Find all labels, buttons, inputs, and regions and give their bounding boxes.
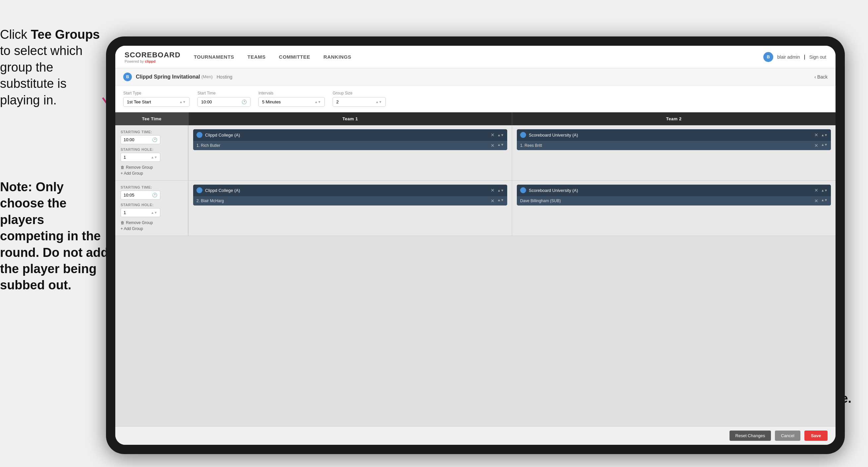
team1-cell-2: Clippd College (A) ✕ ▲▼ 2. Blair McHarg … xyxy=(188,181,512,236)
tablet: SCOREBOARD Powered by clippd TOURNAMENTS… xyxy=(106,36,845,454)
add-group-label-2: + Add Group xyxy=(121,226,143,231)
start-type-label: Start Type xyxy=(123,91,189,95)
team2-card-actions-1: ✕ ▲▼ xyxy=(814,132,828,138)
player-stepper-2-2[interactable]: ▲▼ xyxy=(821,198,828,204)
annotation-note-prefix: Note: xyxy=(0,180,36,194)
group-size-field: Group Size 2 ▲▼ xyxy=(333,91,385,107)
player-row-2-1: 1. Rees Britt ✕ ▲▼ xyxy=(517,141,831,150)
remove-group-btn-2[interactable]: 🗑 Remove Group xyxy=(121,221,183,225)
player-remove-2-1[interactable]: ✕ xyxy=(814,143,818,148)
reset-changes-button[interactable]: Reset Changes xyxy=(730,431,771,441)
team2-card-2[interactable]: Scoreboard University (A) ✕ ▲▼ Dave Bill… xyxy=(517,185,831,205)
nav-tournaments[interactable]: TOURNAMENTS xyxy=(194,53,234,61)
remove-group-label-2: Remove Group xyxy=(126,221,153,225)
logo-area: SCOREBOARD Powered by clippd xyxy=(125,51,181,63)
player-actions-2-1: ✕ ▲▼ xyxy=(814,143,828,148)
config-row: Start Type 1st Tee Start ▲▼ Start Time 1… xyxy=(115,86,836,112)
logo-scoreboard: SCOREBOARD xyxy=(125,51,181,59)
save-button[interactable]: Save xyxy=(804,431,828,441)
sub-badge: B xyxy=(123,72,132,81)
starting-hole-input-1[interactable]: 1 ▲▼ xyxy=(121,153,160,162)
starting-hole-input-2[interactable]: 1 ▲▼ xyxy=(121,208,160,217)
group-size-value: 2 xyxy=(336,99,339,105)
nav-committee[interactable]: COMMITTEE xyxy=(279,53,310,61)
scroll-area[interactable]: STARTING TIME: 10:00 🕐 STARTING HOLE: 1 … xyxy=(115,125,836,426)
player-stepper-2-1[interactable]: ▲▼ xyxy=(821,143,828,148)
player-actions-1-2: ✕ ▲▼ xyxy=(491,198,504,204)
nav-avatar: B xyxy=(763,52,773,62)
start-time-input[interactable]: 10:00 🕐 xyxy=(197,97,250,107)
nav-links: TOURNAMENTS TEAMS COMMITTEE RANKINGS xyxy=(194,53,763,61)
team1-remove-icon-1[interactable]: ✕ xyxy=(491,132,495,138)
team1-stepper-1[interactable]: ▲▼ xyxy=(497,133,504,137)
logo-powered: Powered by clippd xyxy=(125,59,181,63)
player-remove-1-2[interactable]: ✕ xyxy=(491,198,495,204)
team1-card-2[interactable]: Clippd College (A) ✕ ▲▼ 2. Blair McHarg … xyxy=(193,185,507,205)
starting-time-input-2[interactable]: 10:05 🕐 xyxy=(121,191,160,200)
ctrl-actions-2: 🗑 Remove Group + Add Group xyxy=(121,221,183,231)
col-team1: Team 1 xyxy=(188,112,512,125)
nav-signout[interactable]: Sign out xyxy=(809,54,826,60)
group-size-stepper: ▲▼ xyxy=(375,100,382,104)
nav-teams[interactable]: TEAMS xyxy=(247,53,266,61)
hole-stepper-2: ▲▼ xyxy=(151,211,157,214)
start-type-stepper: ▲▼ xyxy=(179,100,186,104)
team2-card-1[interactable]: Scoreboard University (A) ✕ ▲▼ 1. Rees B… xyxy=(517,129,831,150)
team2-dot-1 xyxy=(520,132,526,138)
col-team2: Team 2 xyxy=(512,112,836,125)
add-group-btn-2[interactable]: + Add Group xyxy=(121,226,183,231)
group-row: STARTING TIME: 10:00 🕐 STARTING HOLE: 1 … xyxy=(115,125,836,181)
start-type-input[interactable]: 1st Tee Start ▲▼ xyxy=(123,97,189,107)
col-tee-time: Tee Time xyxy=(115,112,188,125)
add-group-btn-1[interactable]: + Add Group xyxy=(121,171,183,176)
team1-stepper-2[interactable]: ▲▼ xyxy=(497,188,504,192)
team1-card-actions-2: ✕ ▲▼ xyxy=(491,187,504,193)
intervals-input[interactable]: 5 Minutes ▲▼ xyxy=(258,97,325,107)
team2-remove-icon-1[interactable]: ✕ xyxy=(814,132,818,138)
team2-remove-icon-2[interactable]: ✕ xyxy=(814,187,818,193)
team2-stepper-1[interactable]: ▲▼ xyxy=(821,133,828,137)
time-icon-2: 🕐 xyxy=(152,193,157,198)
player-actions-2-2: ✕ ▲▼ xyxy=(814,198,828,204)
starting-time-label-1: STARTING TIME: xyxy=(121,130,183,134)
intervals-label: Intervals xyxy=(258,91,325,95)
annotation-note: Note: Only choose the players competing … xyxy=(0,179,109,294)
starting-time-value-2: 10:05 xyxy=(124,193,134,198)
player-row-1-1: 1. Rich Butler ✕ ▲▼ xyxy=(193,141,507,150)
navbar: SCOREBOARD Powered by clippd TOURNAMENTS… xyxy=(115,46,836,68)
remove-group-btn-1[interactable]: 🗑 Remove Group xyxy=(121,165,183,170)
start-type-value: 1st Tee Start xyxy=(127,99,151,105)
team2-card-actions-2: ✕ ▲▼ xyxy=(814,187,828,193)
trash-icon-2: 🗑 xyxy=(121,221,125,225)
team2-stepper-2[interactable]: ▲▼ xyxy=(821,188,828,192)
player-remove-2-2[interactable]: ✕ xyxy=(814,198,818,204)
back-button[interactable]: ‹ Back xyxy=(814,74,828,80)
team1-card-header-1: Clippd College (A) ✕ ▲▼ xyxy=(193,129,507,141)
player-stepper-1-1[interactable]: ▲▼ xyxy=(497,143,504,148)
trash-icon-1: 🗑 xyxy=(121,165,125,170)
gender-badge: (Men) xyxy=(202,74,213,79)
nav-rankings[interactable]: RANKINGS xyxy=(323,53,351,61)
nav-user: blair admin xyxy=(777,54,800,60)
add-group-label-1: + Add Group xyxy=(121,171,143,176)
intervals-field: Intervals 5 Minutes ▲▼ xyxy=(258,91,325,107)
group-size-input[interactable]: 2 ▲▼ xyxy=(333,97,385,107)
tablet-screen: SCOREBOARD Powered by clippd TOURNAMENTS… xyxy=(115,46,836,445)
team1-cell-1: Clippd College (A) ✕ ▲▼ 1. Rich Butler ✕ xyxy=(188,125,512,180)
remove-group-label-1: Remove Group xyxy=(126,165,153,170)
annotation-top-part1: Click xyxy=(0,28,31,41)
team1-remove-icon-2[interactable]: ✕ xyxy=(491,187,495,193)
starting-time-input-1[interactable]: 10:00 🕐 xyxy=(121,135,160,144)
team1-card-actions-1: ✕ ▲▼ xyxy=(491,132,504,138)
start-time-label: Start Time xyxy=(197,91,250,95)
hole-stepper-1: ▲▼ xyxy=(151,155,157,159)
team2-cell-1: Scoreboard University (A) ✕ ▲▼ 1. Rees B… xyxy=(512,125,836,180)
player-stepper-1-2[interactable]: ▲▼ xyxy=(497,198,504,204)
team2-card-header-2: Scoreboard University (A) ✕ ▲▼ xyxy=(517,185,831,196)
cancel-button[interactable]: Cancel xyxy=(775,431,800,441)
player-remove-1-1[interactable]: ✕ xyxy=(491,143,495,148)
team1-card-1[interactable]: Clippd College (A) ✕ ▲▼ 1. Rich Butler ✕ xyxy=(193,129,507,150)
team1-dot-1 xyxy=(196,132,203,138)
clock-icon: 🕐 xyxy=(242,99,247,105)
tournament-title: Clippd Spring Invitational xyxy=(136,74,200,80)
